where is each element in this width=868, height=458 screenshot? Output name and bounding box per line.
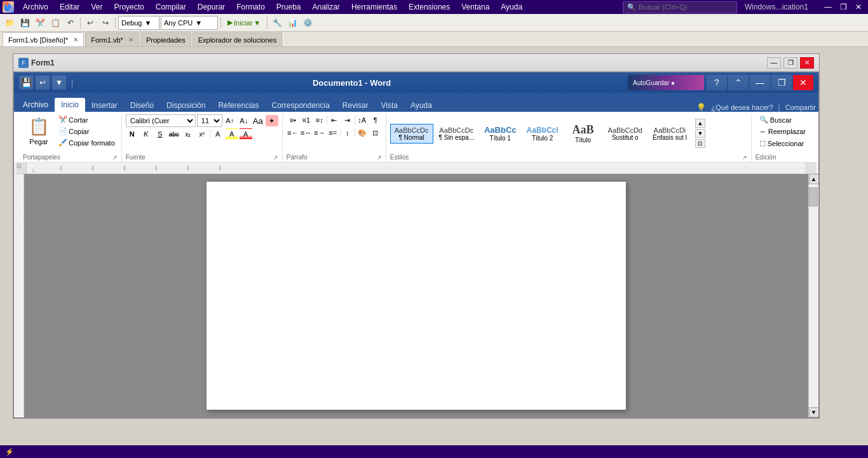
buscar-button[interactable]: 🔍 Buscar [756, 114, 796, 125]
vs-minimize-btn[interactable]: — [821, 0, 835, 14]
strikethrough-button[interactable]: abc [168, 128, 180, 140]
seleccionar-button[interactable]: ⬚ Seleccionar [756, 138, 808, 149]
style-normal[interactable]: AaBbCcDc ¶ Normal [390, 124, 433, 144]
tab-propiedades[interactable]: Propiedades [140, 32, 191, 46]
subscript-button[interactable]: x₂ [182, 128, 194, 140]
portapapeles-expand-icon[interactable]: ↗ [112, 154, 118, 161]
styles-scroll-down-btn[interactable]: ▼ [695, 129, 705, 138]
toolbar-btn-undo[interactable]: ↩ [83, 16, 97, 30]
menu-ayuda[interactable]: Ayuda [496, 1, 527, 13]
font-increase-btn[interactable]: A↑ [224, 115, 236, 126]
font-size-dropdown[interactable]: 11 [197, 114, 222, 127]
estilos-expand-icon[interactable]: ↗ [742, 154, 747, 161]
menu-herramientas[interactable]: Herramientas [346, 1, 402, 13]
menu-ver[interactable]: Ver [86, 1, 107, 13]
word-tab-inicio[interactable]: Inicio [55, 98, 85, 112]
word-tab-referencias[interactable]: Referencias [212, 99, 265, 112]
style-enfasis[interactable]: AaBbCcDi Énfasis sut l [648, 124, 691, 144]
style-titulo2[interactable]: AaBbCcl Título 2 [522, 123, 563, 144]
word-document-page[interactable] [207, 182, 626, 410]
word-share-btn[interactable]: Compartir [785, 104, 816, 111]
tab-form1-vb[interactable]: Form1.vb* ✕ [85, 32, 139, 46]
word-page-area[interactable] [24, 174, 808, 417]
font-clear-btn[interactable]: ✦ [266, 115, 278, 126]
copiar-formato-button[interactable]: 🖌️ Copiar formato [56, 137, 118, 148]
style-sustituto[interactable]: AaBbCcDd Sustitut o [604, 124, 647, 144]
word-quick-access-1[interactable]: 💾 [19, 76, 33, 90]
align-right-btn[interactable]: ≡→ [313, 127, 326, 138]
scroll-thumb[interactable] [809, 187, 818, 206]
cortar-button[interactable]: ✂️ Cortar [56, 114, 118, 125]
debug-dropdown[interactable]: Debug ▼ [118, 16, 159, 30]
underline-button[interactable]: S [154, 128, 166, 140]
menu-editar[interactable]: Editar [55, 1, 85, 13]
fuente-expand-icon[interactable]: ↗ [273, 154, 278, 161]
style-titulo1[interactable]: AaBbCc Título 1 [480, 123, 521, 144]
word-tab-diseno[interactable]: Diseño [124, 99, 160, 112]
ruler-scale[interactable]: L [27, 163, 806, 173]
tab-form1-design-close[interactable]: ✕ [73, 36, 78, 43]
toolbar-btn-5[interactable]: ↶ [64, 16, 78, 30]
increase-indent-btn[interactable]: ⇥ [341, 114, 354, 126]
word-close-btn[interactable]: ✕ [793, 75, 813, 90]
scroll-up-btn[interactable]: ▲ [809, 174, 819, 184]
vs-close-btn[interactable]: ✕ [851, 0, 865, 14]
menu-extensiones[interactable]: Extensiones [403, 1, 455, 13]
menu-compilar[interactable]: Compilar [151, 1, 191, 13]
styles-expand-btn[interactable]: ⊡ [695, 139, 705, 148]
copiar-button[interactable]: 📄 Copiar [56, 126, 118, 137]
toolbar-btn-6[interactable]: 🔧 [270, 16, 284, 30]
menu-depurar[interactable]: Depurar [193, 1, 230, 13]
word-help-btn[interactable]: ? [707, 75, 727, 90]
word-tab-vista[interactable]: Vista [375, 99, 404, 112]
italic-button[interactable]: K [140, 128, 153, 140]
word-tab-insertar[interactable]: Insertar [85, 99, 124, 112]
word-page-content[interactable] [207, 182, 626, 404]
line-spacing-btn[interactable]: ↕ [341, 127, 354, 138]
toolbar-btn-4[interactable]: 📋 [48, 16, 62, 30]
toolbar-btn-3[interactable]: ✂️ [33, 16, 47, 30]
word-tab-ayuda[interactable]: Ayuda [404, 99, 438, 112]
scroll-down-btn[interactable]: ▼ [809, 407, 819, 417]
list-bullets-btn[interactable]: ≡• [287, 114, 299, 126]
word-tab-archivo[interactable]: Archivo [17, 98, 55, 112]
list-numbers-btn[interactable]: ≡1 [300, 114, 313, 126]
toolbar-btn-redo[interactable]: ↪ [98, 16, 112, 30]
font-decrease-btn[interactable]: A↓ [238, 115, 250, 126]
justify-btn[interactable]: ≡= [327, 127, 339, 138]
pegar-button[interactable]: 📋 Pegar [23, 114, 55, 148]
word-what-to-do[interactable]: ¿Qué desea hacer? [711, 104, 773, 111]
text-highlight-btn[interactable]: A [226, 128, 238, 140]
run-button[interactable]: ▶ Iniciar ▼ [224, 17, 264, 28]
show-formatting-btn[interactable]: ¶ [369, 114, 382, 126]
toolbar-btn-2[interactable]: 💾 [18, 16, 32, 30]
toolbar-btn-8[interactable]: ⚙️ [301, 16, 315, 30]
menu-analizar[interactable]: Analizar [308, 1, 345, 13]
word-vertical-scrollbar[interactable]: ▲ ▼ [808, 174, 818, 417]
bold-button[interactable]: N [126, 128, 139, 140]
style-titulo[interactable]: AaB Título [564, 121, 602, 146]
font-aa-btn[interactable]: Aa [252, 115, 264, 126]
list-multilevel-btn[interactable]: ≡↕ [313, 114, 326, 126]
sort-btn[interactable]: ↕A [356, 114, 369, 126]
font-color-btn[interactable]: A [240, 128, 252, 140]
word-tab-correspondencia[interactable]: Correspondencia [265, 99, 336, 112]
scroll-track[interactable] [809, 184, 818, 407]
menu-proyecto[interactable]: Proyecto [109, 1, 149, 13]
tab-form1-vb-close[interactable]: ✕ [128, 36, 133, 43]
menu-prueba[interactable]: Prueba [271, 1, 306, 13]
shading-btn[interactable]: 🎨 [356, 127, 369, 138]
word-quick-access-dropdown[interactable]: ▼ [52, 76, 66, 90]
style-sin-espacio[interactable]: AaBbCcDc ¶ Sin espa... [435, 124, 478, 144]
decrease-indent-btn[interactable]: ⇤ [328, 114, 341, 126]
word-quick-access-2[interactable]: ↩ [36, 76, 50, 90]
toolbar-btn-1[interactable]: 📁 [3, 16, 17, 30]
vs-search-input[interactable] [639, 3, 728, 11]
reemplazar-button[interactable]: ↔ Reemplazar [756, 126, 810, 137]
word-minimize-btn[interactable]: — [750, 75, 770, 90]
align-left-btn[interactable]: ≡← [287, 127, 299, 138]
word-ribbon-toggle-btn[interactable]: ⌃ [728, 75, 749, 90]
menu-formato[interactable]: Formato [231, 1, 270, 13]
superscript-button[interactable]: x² [196, 128, 208, 140]
font-name-dropdown[interactable]: Calibri (Cuer [126, 114, 196, 127]
